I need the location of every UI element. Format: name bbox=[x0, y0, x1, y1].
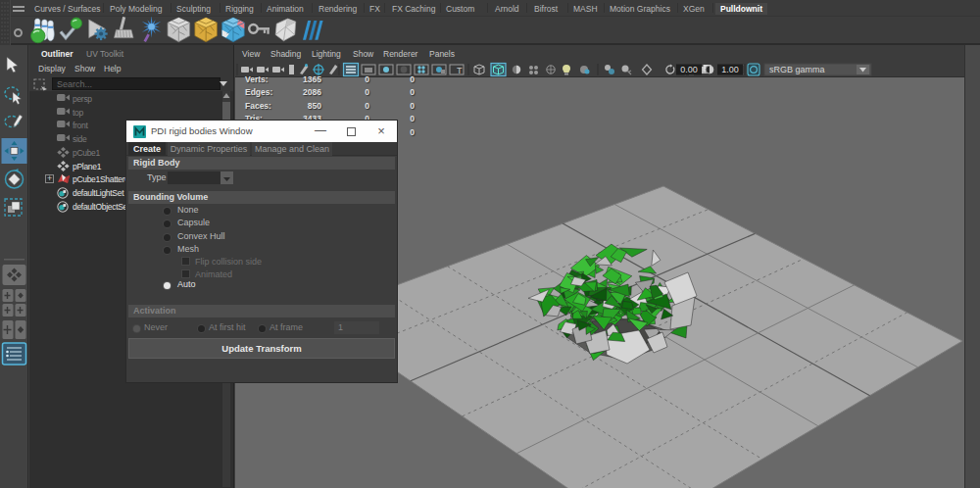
svg-text:T: T bbox=[457, 66, 463, 75]
svg-text:1.00: 1.00 bbox=[721, 65, 739, 74]
svg-text:0.00: 0.00 bbox=[680, 65, 698, 74]
svg-text:sRGB gamma: sRGB gamma bbox=[769, 65, 825, 74]
